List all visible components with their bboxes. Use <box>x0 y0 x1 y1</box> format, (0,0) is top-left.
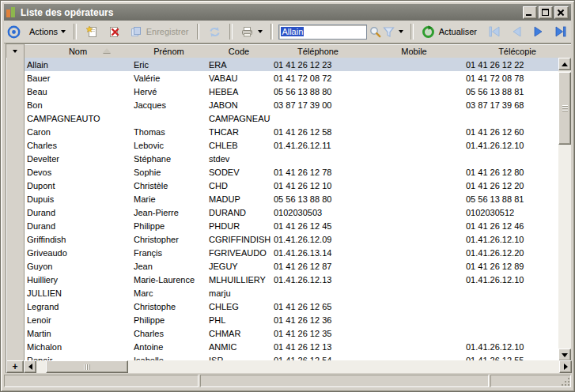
add-row-button[interactable]: + <box>6 360 24 373</box>
cell-telecopie[interactable]: 01 41 26 12 22 <box>463 60 559 70</box>
cell-telephone[interactable]: 01 41 72 08 72 <box>270 74 364 83</box>
cell-code[interactable]: stdev <box>206 154 270 164</box>
table-row[interactable]: Durand Jean-Pierre DURAND 0102030503 010… <box>24 205 559 219</box>
cell-prenom[interactable]: Sophie <box>131 168 206 177</box>
cell-telecopie[interactable]: 01.41.26.12.10 <box>463 141 559 150</box>
nav-previous-icon[interactable] <box>509 24 524 39</box>
cell-code[interactable]: THCAR <box>206 127 270 137</box>
cell-telecopie[interactable]: 01 41 26 12 89 <box>463 262 559 271</box>
cell-telephone[interactable]: 01 41 26 12 36 <box>270 315 364 325</box>
cell-code[interactable]: ANMIC <box>206 342 270 352</box>
cell-prenom[interactable]: Eric <box>131 60 206 70</box>
maximize-button[interactable] <box>539 6 553 19</box>
cell-telecopie[interactable]: 01 41 72 08 78 <box>463 74 559 83</box>
cell-nom[interactable]: JULLIEN <box>24 288 131 298</box>
table-row[interactable]: Allain Eric ERA 01 41 26 12 23 01 41 26 … <box>24 58 559 71</box>
cell-code[interactable]: JABON <box>206 100 270 110</box>
cell-nom[interactable]: Michalon <box>24 342 131 352</box>
minimize-button[interactable] <box>523 6 537 19</box>
table-row[interactable]: Dupuis Marie MADUP 05 56 13 88 80 05 56 … <box>24 192 559 205</box>
cell-nom[interactable]: Legrand <box>24 302 131 311</box>
actualiser-button[interactable]: Actualiser <box>418 22 481 41</box>
cell-telephone[interactable]: 01 41 26 12 78 <box>270 168 364 177</box>
cell-prenom[interactable]: Christèle <box>131 181 206 190</box>
cell-nom[interactable]: Dupont <box>24 181 131 190</box>
table-row[interactable]: Griveaudo Françis FGRIVEAUDO 01.41.26.13… <box>24 246 559 259</box>
scroll-right-button[interactable] <box>559 360 572 373</box>
new-record-button[interactable] <box>81 22 103 41</box>
cell-prenom[interactable]: Marie-Laurence <box>131 275 206 285</box>
cell-prenom[interactable]: Antoine <box>131 342 206 352</box>
cell-telephone[interactable]: 0102030503 <box>270 208 364 217</box>
nav-first-icon[interactable] <box>487 24 501 39</box>
cell-telephone[interactable]: 01.41.26.12.13 <box>270 275 364 285</box>
column-header-mobile[interactable]: Mobile <box>365 44 463 58</box>
cell-code[interactable]: SODEV <box>206 168 270 177</box>
cell-prenom[interactable]: Françis <box>131 248 206 258</box>
cell-code[interactable]: CHD <box>206 181 270 190</box>
cell-code[interactable]: VABAU <box>206 74 270 83</box>
cell-telephone[interactable]: 05 56 13 88 80 <box>270 87 364 96</box>
horizontal-scrollbar[interactable]: + <box>6 360 572 373</box>
cell-nom[interactable]: Lenoir <box>24 315 131 325</box>
cell-nom[interactable]: Dupuis <box>24 194 131 204</box>
cell-nom[interactable]: Griveaudo <box>24 248 131 258</box>
cell-telephone[interactable]: 01.41.26.12.11 <box>270 141 364 150</box>
cell-telecopie[interactable]: 01 41 26 12 60 <box>463 127 559 137</box>
cell-code[interactable]: MADUP <box>206 194 270 204</box>
cell-telephone[interactable]: 01.41.26.12.09 <box>270 235 364 244</box>
cell-telephone[interactable]: 03 87 17 39 00 <box>270 100 364 110</box>
horizontal-scroll-thumb[interactable] <box>46 360 128 373</box>
cell-prenom[interactable]: Stéphane <box>131 154 206 164</box>
table-row[interactable]: Legrand Christophe CHLEG 01 41 26 12 65 <box>24 300 559 313</box>
delete-record-button[interactable] <box>103 22 125 41</box>
cell-prenom[interactable]: Marie <box>131 194 206 204</box>
cell-telephone[interactable]: 01 41 26 12 10 <box>270 181 364 190</box>
cell-telephone[interactable]: 01 41 26 12 13 <box>270 342 364 352</box>
cell-code[interactable]: CAMPAGNEAUTC <box>206 114 270 123</box>
cell-code[interactable]: CHLEG <box>206 302 270 311</box>
cell-nom[interactable]: Durand <box>24 208 131 217</box>
search-icon[interactable] <box>369 24 382 39</box>
scroll-up-button[interactable] <box>558 58 571 70</box>
cell-nom[interactable]: Bauer <box>24 74 131 83</box>
column-header-nom[interactable]: Nom <box>25 44 131 58</box>
cell-prenom[interactable]: Jean-Pierre <box>131 208 206 217</box>
table-row[interactable]: Durand Philippe PHDUR 01 41 26 12 45 01 … <box>24 219 559 232</box>
nav-next-icon[interactable] <box>531 24 546 39</box>
cell-telecopie[interactable]: 01.41.26.12.20 <box>463 248 559 258</box>
cell-nom[interactable]: CAMPAGNEAUTO <box>24 114 131 123</box>
table-row[interactable]: Martin Charles CHMAR 01 41 26 12 35 <box>24 326 559 340</box>
cell-telephone[interactable]: 01 41 26 12 35 <box>270 329 364 338</box>
table-row[interactable]: Griffindish Christopher CGRIFFINDISH 01.… <box>24 232 559 246</box>
cell-prenom[interactable]: Christopher <box>131 235 206 244</box>
print-button[interactable] <box>236 22 267 41</box>
refresh-button[interactable] <box>203 22 225 41</box>
cell-prenom[interactable]: Valérie <box>131 74 206 83</box>
vertical-scroll-thumb[interactable] <box>558 72 571 145</box>
cell-nom[interactable]: Durand <box>24 221 131 231</box>
cell-nom[interactable]: Martin <box>24 329 131 338</box>
resize-grip-icon[interactable] <box>560 376 569 386</box>
cell-code[interactable]: CGRIFFINDISH <box>206 235 270 244</box>
search-input[interactable]: Allain <box>278 24 367 40</box>
cell-prenom[interactable]: Hervé <box>131 87 206 96</box>
print-dropdown-icon[interactable] <box>258 30 263 33</box>
table-row[interactable]: Bon Jacques JABON 03 87 17 39 00 03 87 1… <box>24 98 559 111</box>
cell-telephone[interactable]: 05 56 13 88 80 <box>270 194 364 204</box>
row-selector-header[interactable] <box>6 44 25 58</box>
scroll-left-button[interactable] <box>24 360 36 373</box>
cell-code[interactable]: CHMAR <box>206 329 270 338</box>
table-row[interactable]: Beau Hervé HEBEA 05 56 13 88 80 05 56 13… <box>24 85 559 98</box>
cell-prenom[interactable]: Lebovic <box>131 141 206 150</box>
cell-nom[interactable]: Develter <box>24 154 131 164</box>
cell-code[interactable]: DURAND <box>206 208 270 217</box>
cell-prenom[interactable]: Philippe <box>131 315 206 325</box>
scroll-down-button[interactable] <box>558 349 571 361</box>
cell-prenom[interactable]: Jacques <box>131 100 206 110</box>
actions-button[interactable]: Actions <box>25 24 70 39</box>
cell-nom[interactable]: Charles <box>24 141 131 150</box>
cell-code[interactable]: HEBEA <box>206 87 270 96</box>
table-row[interactable]: JULLIEN Marc marju <box>24 286 559 300</box>
cell-telecopie[interactable]: 03 87 17 39 68 <box>463 100 559 110</box>
